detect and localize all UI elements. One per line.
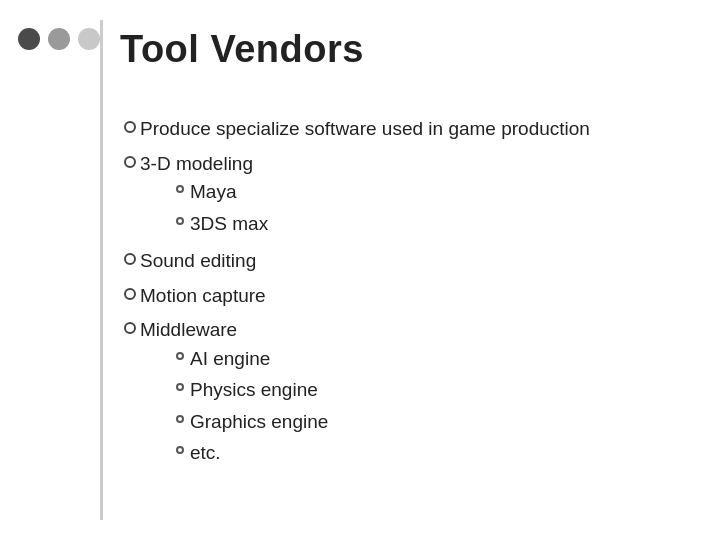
slide-title: Tool Vendors bbox=[120, 28, 364, 71]
sub-marker bbox=[170, 185, 190, 193]
open-circle-icon bbox=[124, 288, 136, 300]
circle-3 bbox=[78, 28, 100, 50]
slide-content: Produce specialize software used in game… bbox=[120, 115, 690, 477]
list-item: AI engine bbox=[140, 345, 690, 374]
bullet-marker-2 bbox=[120, 156, 140, 168]
sub-marker bbox=[170, 415, 190, 423]
small-circle-icon bbox=[176, 446, 184, 454]
bullet-marker-3 bbox=[120, 253, 140, 265]
slide: Tool Vendors Produce specialize software… bbox=[0, 0, 720, 540]
circle-1 bbox=[18, 28, 40, 50]
open-circle-icon bbox=[124, 322, 136, 334]
sub-marker bbox=[170, 446, 190, 454]
list-item: Sound editing bbox=[120, 247, 690, 276]
bullet-text-2: 3-D modeling Maya 3DS max bbox=[140, 150, 690, 242]
list-item: 3DS max bbox=[140, 210, 690, 239]
open-circle-icon bbox=[124, 253, 136, 265]
sub-bullet-list-2: Maya 3DS max bbox=[140, 178, 690, 238]
bullet-marker-1 bbox=[120, 121, 140, 133]
circle-2 bbox=[48, 28, 70, 50]
decorative-circles bbox=[18, 28, 100, 50]
list-item: Produce specialize software used in game… bbox=[120, 115, 690, 144]
sub-marker bbox=[170, 217, 190, 225]
list-item: Motion capture bbox=[120, 282, 690, 311]
small-circle-icon bbox=[176, 352, 184, 360]
list-item: Graphics engine bbox=[140, 408, 690, 437]
small-circle-icon bbox=[176, 415, 184, 423]
open-circle-icon bbox=[124, 121, 136, 133]
list-item: etc. bbox=[140, 439, 690, 468]
sub-bullet-list-5: AI engine Physics engine G bbox=[140, 345, 690, 468]
list-item: Middleware AI engine Physics bbox=[120, 316, 690, 471]
small-circle-icon bbox=[176, 383, 184, 391]
sub-marker bbox=[170, 352, 190, 360]
bullet-text-5: Middleware AI engine Physics bbox=[140, 316, 690, 471]
list-item: 3-D modeling Maya 3DS max bbox=[120, 150, 690, 242]
sub-marker bbox=[170, 383, 190, 391]
small-circle-icon bbox=[176, 217, 184, 225]
small-circle-icon bbox=[176, 185, 184, 193]
bullet-text-3: Sound editing bbox=[140, 247, 690, 276]
open-circle-icon bbox=[124, 156, 136, 168]
list-item: Physics engine bbox=[140, 376, 690, 405]
bullet-text-1: Produce specialize software used in game… bbox=[140, 115, 690, 144]
bullet-marker-5 bbox=[120, 322, 140, 334]
list-item: Maya bbox=[140, 178, 690, 207]
bullet-text-4: Motion capture bbox=[140, 282, 690, 311]
main-bullet-list: Produce specialize software used in game… bbox=[120, 115, 690, 471]
bullet-marker-4 bbox=[120, 288, 140, 300]
vertical-divider bbox=[100, 20, 103, 520]
